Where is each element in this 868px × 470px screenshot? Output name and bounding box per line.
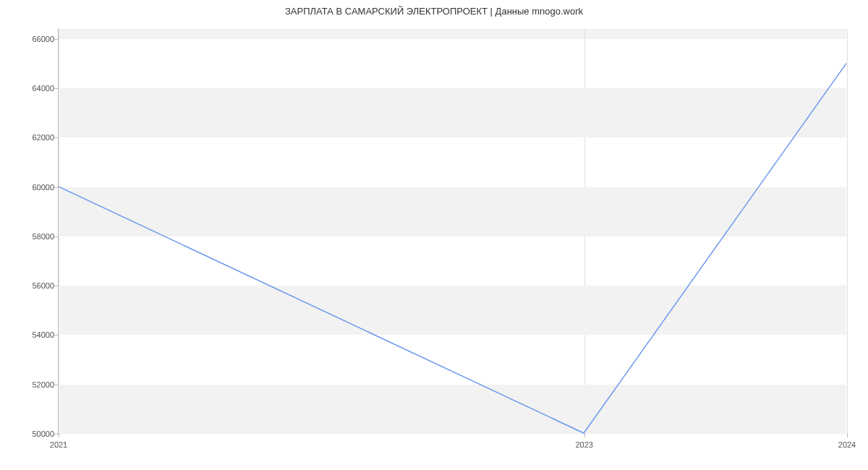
y-tick-label: 66000	[25, 35, 54, 43]
y-tick-label: 50000	[25, 430, 54, 438]
series-line	[59, 64, 846, 433]
y-tick	[54, 88, 59, 89]
x-tick-label: 2023	[575, 440, 592, 449]
x-gridline	[847, 29, 848, 433]
y-tick	[54, 286, 59, 286]
y-tick-label: 58000	[25, 232, 54, 241]
y-tick	[54, 236, 59, 237]
y-tick	[54, 385, 59, 385]
x-tick	[59, 433, 59, 437]
y-tick-label: 52000	[25, 380, 54, 389]
y-tick	[54, 39, 59, 40]
y-tick-label: 60000	[25, 183, 54, 192]
chart-container: ЗАРПЛАТА В САМАРСКИЙ ЭЛЕКТРОПРОЕКТ | Дан…	[0, 0, 868, 470]
y-tick-label: 62000	[25, 133, 54, 142]
line-layer	[59, 29, 846, 433]
y-tick-label: 54000	[25, 330, 54, 339]
y-tick-label: 56000	[25, 281, 54, 290]
chart-title: ЗАРПЛАТА В САМАРСКИЙ ЭЛЕКТРОПРОЕКТ | Дан…	[0, 6, 868, 17]
x-tick-label: 2021	[50, 440, 67, 449]
x-tick-label: 2024	[838, 440, 856, 449]
y-tick	[54, 137, 59, 138]
x-tick	[584, 433, 585, 437]
y-tick	[54, 335, 59, 336]
y-tick-label: 64000	[25, 84, 54, 93]
plot-area: 5000052000540005600058000600006200064000…	[58, 29, 846, 434]
y-tick	[54, 187, 59, 188]
x-tick	[847, 433, 848, 437]
